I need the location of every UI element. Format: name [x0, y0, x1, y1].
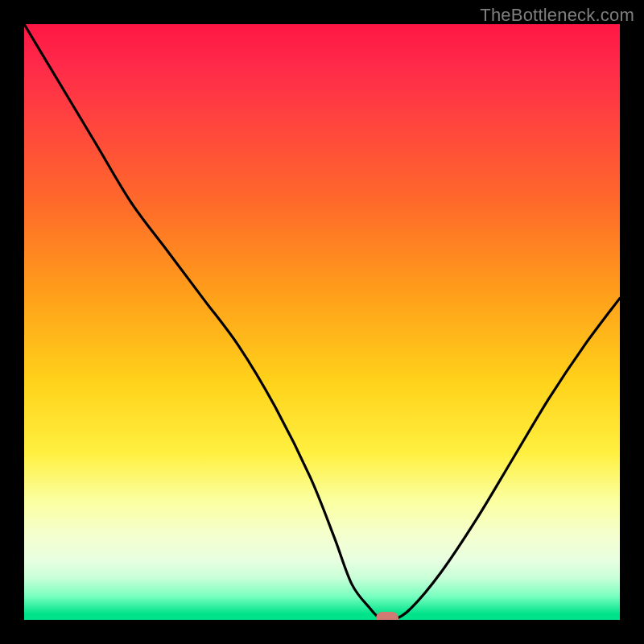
watermark-text: TheBottleneck.com [480, 5, 634, 26]
optimum-marker [376, 612, 398, 620]
bottleneck-curve [24, 24, 620, 620]
chart-frame: TheBottleneck.com [0, 0, 644, 644]
plot-area [24, 24, 620, 620]
